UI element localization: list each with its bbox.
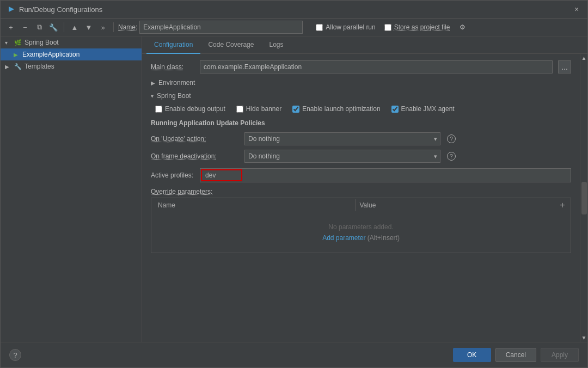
config-content: Main class: ... ▶ Environment ▾ Spring B… [142, 54, 580, 342]
update-action-select[interactable]: Do nothing Update classes and resources … [244, 132, 440, 145]
sidebar-item-templates[interactable]: ▶ 🔧 Templates [1, 60, 142, 72]
close-button[interactable]: × [572, 5, 581, 14]
tab-logs[interactable]: Logs [261, 36, 291, 54]
update-action-help-icon[interactable]: ? [447, 134, 456, 143]
add-param-link[interactable]: Add parameter [322, 234, 365, 242]
tabs-bar: Configuration Code Coverage Logs [142, 36, 587, 54]
remove-config-button[interactable]: − [19, 21, 31, 33]
frame-deactivation-label: On frame deactivation: [151, 152, 238, 160]
name-field-label: Name: [118, 23, 137, 31]
parallel-options: Allow parallel run Store as project file… [316, 23, 465, 31]
frame-deactivation-help-icon[interactable]: ? [447, 152, 456, 161]
store-project-label[interactable]: Store as project file [384, 23, 450, 31]
spring-boot-icon: 🌿 [14, 38, 22, 47]
scroll-up-arrow[interactable]: ▲ [581, 55, 587, 61]
bottom-buttons: OK Cancel Apply [453, 348, 579, 362]
run-debug-dialog: Run/Debug Configurations × + − ⧉ 🔧 ▲ ▼ »… [0, 0, 588, 368]
enable-debug-checkbox[interactable] [155, 106, 162, 113]
move-down-button[interactable]: ▼ [83, 21, 95, 33]
toolbar-separator-2 [113, 22, 114, 32]
main-class-more-button[interactable]: ... [558, 60, 571, 73]
environment-arrow-icon: ▶ [151, 80, 155, 86]
tab-configuration[interactable]: Configuration [146, 36, 200, 54]
profiles-input-highlight [201, 169, 242, 181]
tab-code-coverage[interactable]: Code Coverage [200, 36, 261, 54]
spring-boot-section-label: Spring Boot [157, 92, 191, 100]
spring-boot-arrow-icon: ▾ [151, 93, 154, 99]
no-params-label: No parameters added. [162, 223, 560, 231]
hide-banner-checkbox[interactable] [236, 106, 243, 113]
enable-jmx-label[interactable]: Enable JMX agent [391, 105, 455, 113]
scroll-thumb[interactable] [581, 182, 587, 214]
scroll-down-arrow[interactable]: ▼ [581, 335, 587, 341]
params-table: Name Value + No parameters added. Add pa… [151, 198, 571, 253]
add-config-button[interactable]: + [5, 21, 17, 33]
gear-icon[interactable]: ⚙ [460, 23, 465, 31]
override-params-label: Override parameters: [151, 188, 571, 195]
spring-boot-section-header[interactable]: ▾ Spring Boot [151, 92, 571, 100]
toolbar: + − ⧉ 🔧 ▲ ▼ » Name: Allow parallel run S… [1, 19, 587, 36]
params-table-header: Name Value + [151, 198, 571, 212]
templates-label: Templates [24, 63, 54, 70]
add-param-button[interactable]: + [556, 199, 568, 211]
dialog-title: Run/Debug Configurations [19, 5, 102, 14]
toolbar-separator [64, 22, 64, 32]
enable-jmx-checkbox[interactable] [391, 106, 399, 113]
example-app-label: ExampleApplication [22, 51, 79, 58]
chevron-right-icon: ▶ [5, 64, 11, 70]
title-bar: Run/Debug Configurations × [1, 1, 587, 19]
enable-launch-label[interactable]: Enable launch optimization [292, 105, 380, 113]
scrollbar: ▲ ▼ [580, 54, 587, 342]
main-content: ▾ 🌿 Spring Boot ▶ ExampleApplication ▶ 🔧… [1, 36, 587, 342]
spring-boot-options: Enable debug output Hide banner Enable l… [155, 105, 571, 113]
params-empty-area: No parameters added. Add parameter (Alt+… [151, 212, 571, 253]
store-project-checkbox[interactable] [384, 24, 391, 31]
more-button[interactable]: » [97, 21, 109, 33]
chevron-down-icon: ▾ [5, 40, 11, 46]
copy-config-button[interactable]: ⧉ [33, 21, 45, 33]
active-profiles-label: Active profiles: [151, 171, 193, 179]
value-col-header: Value [356, 199, 557, 211]
frame-deactivation-select[interactable]: Do nothing Update classes and resources … [244, 150, 440, 163]
config-panel: Configuration Code Coverage Logs Main cl… [142, 36, 587, 342]
help-button[interactable]: ? [9, 349, 21, 361]
active-profiles-input-wrapper [200, 168, 571, 182]
move-up-button[interactable]: ▲ [69, 21, 81, 33]
settings-button[interactable]: 🔧 [47, 21, 59, 33]
name-col-header: Name [154, 199, 356, 211]
allow-parallel-checkbox[interactable] [316, 24, 323, 31]
active-profiles-row: Active profiles: [151, 168, 571, 182]
policies-title: Running Application Update Policies [151, 119, 571, 127]
sidebar-item-example-app[interactable]: ▶ ExampleApplication [1, 48, 142, 60]
enable-debug-label[interactable]: Enable debug output [155, 105, 225, 113]
update-action-select-wrapper: Do nothing Update classes and resources … [244, 132, 440, 145]
add-param-shortcut: (Alt+Insert) [367, 234, 400, 242]
update-action-label: On 'Update' action: [151, 135, 238, 143]
apply-button[interactable]: Apply [541, 348, 579, 362]
frame-deactivation-row: On frame deactivation: Do nothing Update… [151, 150, 571, 163]
frame-deactivation-select-wrapper: Do nothing Update classes and resources … [244, 150, 440, 163]
environment-section-header[interactable]: ▶ Environment [151, 79, 571, 87]
bottom-bar: ? OK Cancel Apply [1, 342, 587, 367]
main-class-input[interactable] [200, 60, 553, 73]
wrench-icon: 🔧 [14, 62, 22, 71]
update-action-row: On 'Update' action: Do nothing Update cl… [151, 132, 571, 145]
cancel-button[interactable]: Cancel [495, 348, 536, 362]
spring-boot-label: Spring Boot [24, 39, 59, 46]
main-class-label: Main class: [151, 63, 194, 71]
app-run-icon: ▶ [11, 50, 20, 59]
name-input[interactable] [139, 21, 303, 34]
hide-banner-label[interactable]: Hide banner [236, 105, 281, 113]
environment-section-label: Environment [158, 79, 195, 87]
sidebar-item-spring-boot[interactable]: ▾ 🌿 Spring Boot [1, 36, 142, 48]
ok-button[interactable]: OK [453, 348, 491, 362]
allow-parallel-label[interactable]: Allow parallel run [316, 23, 375, 31]
override-params-section: Override parameters: Name Value + No par… [151, 188, 571, 253]
dialog-icon [7, 5, 16, 14]
active-profiles-input[interactable] [205, 171, 238, 179]
main-class-row: Main class: ... [151, 60, 571, 73]
enable-launch-checkbox[interactable] [292, 106, 299, 113]
sidebar: ▾ 🌿 Spring Boot ▶ ExampleApplication ▶ 🔧… [1, 36, 142, 342]
svg-marker-0 [9, 7, 14, 12]
